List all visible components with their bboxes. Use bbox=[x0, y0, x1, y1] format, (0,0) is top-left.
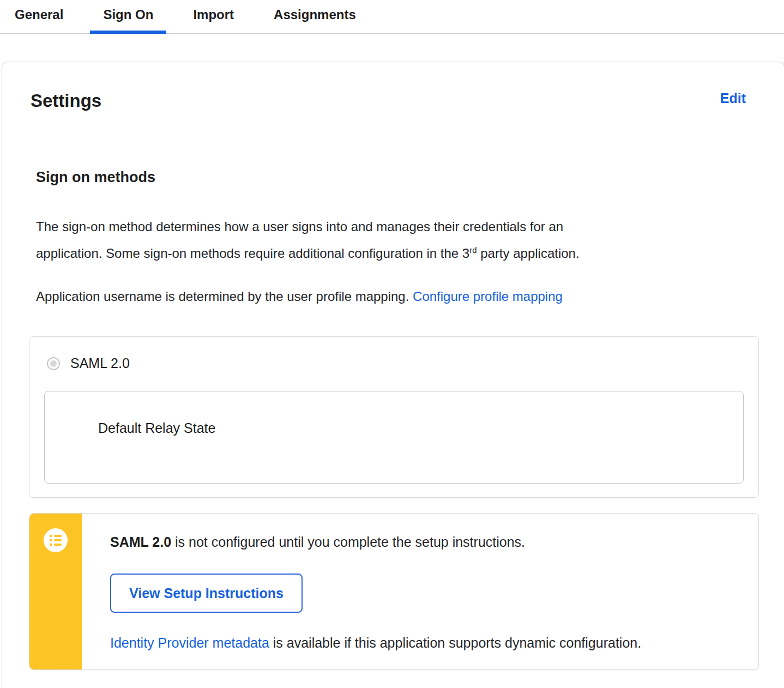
profile-mapping-text: Application username is determined by th… bbox=[36, 288, 759, 305]
tab-general[interactable]: General bbox=[2, 0, 76, 33]
view-setup-instructions-button[interactable]: View Setup Instructions bbox=[110, 574, 303, 613]
app-tabbar: General Sign On Import Assignments bbox=[0, 0, 784, 34]
tab-import[interactable]: Import bbox=[180, 0, 247, 33]
sign-on-description-line2: application. Some sign-on methods requir… bbox=[36, 246, 469, 261]
metadata-sentence: is available if this application support… bbox=[269, 635, 641, 650]
callout-accent-stripe bbox=[29, 514, 82, 669]
settings-card-header: Settings Edit bbox=[29, 90, 759, 111]
saml-radio-label: SAML 2.0 bbox=[70, 355, 130, 371]
ordinal-superscript: rd bbox=[469, 245, 477, 255]
settings-title: Settings bbox=[31, 90, 101, 111]
settings-card: Settings Edit Sign on methods The sign-o… bbox=[2, 62, 784, 688]
sign-on-description-line1: The sign-on method determines how a user… bbox=[36, 219, 563, 234]
saml-method-box: SAML 2.0 Default Relay State bbox=[29, 336, 759, 498]
sign-on-methods-heading: Sign on methods bbox=[36, 169, 759, 186]
saml-radio-button[interactable] bbox=[47, 357, 60, 370]
callout-message-rest: is not configured until you complete the… bbox=[171, 534, 525, 550]
configure-profile-mapping-link[interactable]: Configure profile mapping bbox=[413, 289, 563, 304]
profile-mapping-sentence: Application username is determined by th… bbox=[36, 289, 413, 304]
callout-body: SAML 2.0 is not configured until you com… bbox=[82, 514, 758, 669]
default-relay-state-label: Default Relay State bbox=[98, 420, 215, 436]
list-icon bbox=[44, 528, 68, 552]
setup-callout: SAML 2.0 is not configured until you com… bbox=[29, 513, 759, 670]
callout-message: SAML 2.0 is not configured until you com… bbox=[110, 534, 737, 550]
identity-provider-metadata-link[interactable]: Identity Provider metadata bbox=[110, 635, 269, 650]
callout-message-bold: SAML 2.0 bbox=[110, 534, 171, 550]
sign-on-description-line2-end: party application. bbox=[477, 246, 580, 261]
tab-sign-on[interactable]: Sign On bbox=[90, 0, 166, 33]
default-relay-state-fieldset: Default Relay State bbox=[44, 391, 744, 484]
edit-button[interactable]: Edit bbox=[720, 90, 746, 106]
sign-on-description: The sign-on method determines how a user… bbox=[36, 213, 759, 267]
tab-assignments[interactable]: Assignments bbox=[261, 0, 369, 33]
saml-radio-row: SAML 2.0 bbox=[47, 355, 744, 371]
metadata-text: Identity Provider metadata is available … bbox=[110, 635, 737, 651]
